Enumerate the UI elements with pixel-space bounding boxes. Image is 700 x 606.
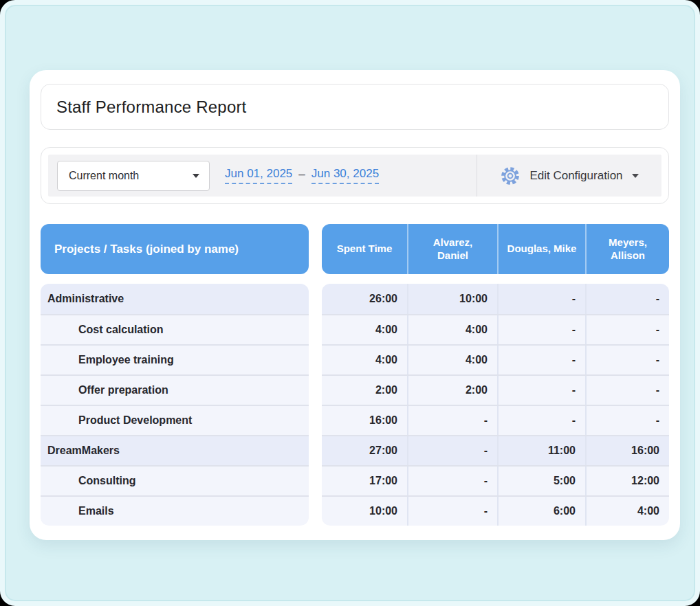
table-row: Product Development [41,405,309,435]
table-row: Cost calculation [41,314,309,344]
time-cell: 4:00 [585,497,669,526]
time-cell: 16:00 [585,436,669,465]
time-cell: 4:00 [407,346,497,374]
date-from-link[interactable]: Jun 01, 2025 [225,167,292,184]
time-cell: 27:00 [322,436,407,465]
column-header: Douglas, Mike [497,224,585,274]
table-row: 17:00-5:0012:00 [322,465,669,495]
time-cell: 12:00 [585,467,669,495]
chevron-down-icon [632,174,639,178]
time-cell: 17:00 [322,467,407,495]
table-row: 10:00-6:004:00 [322,495,669,526]
edit-configuration-button[interactable]: Edit Configuration [477,155,661,197]
time-rows: 26:0010:00--4:004:00--4:004:00--2:002:00… [322,284,669,526]
table-row: 4:004:00-- [322,314,669,344]
table-row: 4:004:00-- [322,344,669,374]
period-select[interactable]: Current month [57,161,210,191]
column-header: Meyers, Allison [585,224,669,274]
table-row: 2:002:00-- [322,374,669,405]
time-cell: - [497,315,585,344]
projects-column: Projects / Tasks (joined by name) Admini… [41,224,309,526]
time-cell: - [585,376,669,405]
report-card: Staff Performance Report Current month J… [30,70,680,540]
table-row: Administrative [41,284,309,314]
table-row: Emails [41,495,309,526]
time-cell: - [585,406,669,435]
time-cell: 10:00 [407,284,497,314]
gear-icon [500,166,521,186]
time-cell: 5:00 [497,467,585,495]
time-cell: - [407,436,497,465]
row-label: Administrative [41,293,124,305]
time-cell: 4:00 [322,346,407,374]
date-range: Jun 01, 2025 – Jun 30, 2025 [225,167,379,184]
row-label: Consulting [41,475,136,487]
table-row: 16:00--- [322,405,669,435]
table-row: DreamMakers [41,435,309,465]
time-cell: 6:00 [497,497,585,526]
period-select-value: Current month [69,170,139,182]
column-header: Spent Time [322,224,407,274]
report-title: Staff Performance Report [56,98,247,117]
time-cell: - [407,467,497,495]
chevron-down-icon [193,174,199,178]
date-to-link[interactable]: Jun 30, 2025 [311,167,379,184]
time-cell: - [497,406,585,435]
time-cell: - [407,497,497,526]
row-label: Offer preparation [41,384,168,396]
row-label: DreamMakers [41,445,120,457]
projects-rows: AdministrativeCost calculationEmployee t… [41,284,309,526]
time-cell: 4:00 [407,315,497,344]
time-columns-header: Spent TimeAlvarez, DanielDouglas, MikeMe… [322,224,669,274]
row-label: Employee training [41,354,174,366]
time-cell: 26:00 [322,284,407,314]
table-row: Consulting [41,465,309,495]
time-cell: 16:00 [322,406,407,435]
table-row: Offer preparation [41,374,309,405]
time-cell: 2:00 [322,376,407,405]
time-cell: 2:00 [407,376,497,405]
table-row: Employee training [41,344,309,374]
time-cell: - [497,284,585,314]
time-cell: 11:00 [497,436,585,465]
time-cell: - [497,346,585,374]
time-cell: - [585,346,669,374]
row-label: Emails [41,505,114,517]
column-header: Alvarez, Daniel [407,224,497,274]
time-cell: - [585,284,669,314]
time-cell: - [497,376,585,405]
date-range-separator: – [298,168,305,183]
table-row: 26:0010:00-- [322,284,669,314]
report-name-field[interactable]: Staff Performance Report [41,84,669,130]
row-label: Product Development [41,414,192,427]
time-cell: 10:00 [322,497,407,526]
projects-column-header: Projects / Tasks (joined by name) [41,224,309,274]
time-columns: Spent TimeAlvarez, DanielDouglas, MikeMe… [322,224,669,526]
table-row: 27:00-11:0016:00 [322,435,669,465]
edit-configuration-label: Edit Configuration [529,169,622,183]
report-table: Projects / Tasks (joined by name) Admini… [41,224,669,526]
time-cell: - [407,406,497,435]
time-cell: 4:00 [322,315,407,344]
page-background: Staff Performance Report Current month J… [0,0,700,606]
toolbar: Current month Jun 01, 2025 – Jun 30, 202… [41,147,669,204]
row-label: Cost calculation [41,324,164,336]
time-cell: - [585,315,669,344]
toolbar-strip: Current month Jun 01, 2025 – Jun 30, 202… [48,155,661,197]
